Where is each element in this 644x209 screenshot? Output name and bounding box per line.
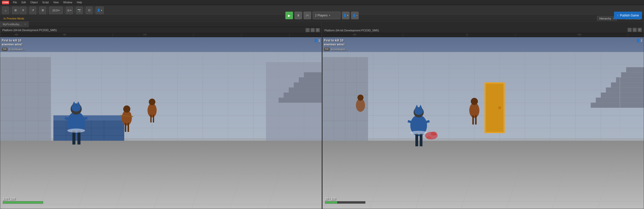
minimize-button-2[interactable]: − (628, 28, 632, 32)
publish-label: Publish Game (620, 14, 639, 17)
grid-icon: ⊞ (14, 9, 17, 12)
player-icon: 👤 (97, 9, 101, 12)
svg-rect-122 (601, 93, 644, 98)
minimize-button-1[interactable]: − (306, 28, 310, 32)
svg-point-73 (147, 103, 157, 117)
hud-top-left-2: First to kill 10 enemies wins! Tab Score… (324, 39, 347, 51)
minimize-icon-1: − (307, 29, 308, 31)
camera-icon: 📷 (78, 9, 81, 12)
menu-file[interactable]: File (12, 1, 18, 4)
window-titlebar-1: Platform (64-bit Development PCD3D_SM5) … (0, 27, 322, 33)
svg-rect-147 (475, 115, 477, 124)
svg-rect-44 (53, 115, 124, 120)
window-title-1: Platform (64-bit Development PCD3D_SM5) (2, 29, 304, 32)
tab-close-1[interactable]: ✕ (24, 23, 26, 26)
window-controls-2: − □ ✕ (628, 28, 642, 32)
grid2-icon: ⊞ (42, 9, 44, 12)
svg-rect-125 (616, 77, 644, 82)
close-icon-1: ✕ (317, 29, 319, 31)
add-player-button[interactable]: 👤+ (342, 12, 350, 19)
controller-button[interactable]: 🎮 (304, 12, 311, 19)
menu-bar: CORE File Edit Object Script View Window… (0, 0, 644, 5)
window-tab-1[interactable]: MyFirstMultip... ✕ (0, 22, 29, 27)
home-button[interactable]: ⌂ (2, 7, 9, 14)
game-viewport-2[interactable]: First to kill 10 enemies wins! Tab Score… (323, 37, 644, 209)
scene-svg-2 (323, 37, 644, 209)
grid-button[interactable]: ⊞ (12, 7, 19, 14)
add-player-icon: 👤+ (343, 14, 349, 17)
svg-rect-70 (125, 123, 126, 132)
toolbar-separator-5 (64, 7, 64, 14)
health-bar-bg-2 (325, 201, 365, 204)
menu-script[interactable]: Script (41, 1, 49, 4)
players-chevron-icon: ▾ (329, 14, 330, 17)
refresh-icon: ↺ (32, 9, 34, 12)
toolbar-separator-4 (47, 7, 48, 14)
app-logo: CORE (2, 1, 9, 4)
scoreboard-text-2: Scoreboard... (331, 48, 347, 51)
maximize-button-1[interactable]: □ (311, 28, 315, 32)
players-dropdown[interactable]: 2 Players ▾ (313, 12, 340, 19)
scoreboard-text-1: Scoreboard... (9, 48, 25, 51)
toolbar-separator-2 (28, 7, 28, 14)
minimize-icon-2: − (629, 29, 630, 31)
refresh-button[interactable]: ↺ (29, 7, 36, 14)
svg-point-143 (426, 136, 431, 139)
snap-button[interactable]: ◎ ▾ (66, 7, 73, 14)
play-icon: ▶ (288, 14, 290, 17)
zoom-dropdown[interactable]: 10.0 ▾ (49, 7, 63, 14)
kill-text-line1-1: First to kill 10 (2, 39, 25, 43)
screenshot-button[interactable]: ⊡ (86, 7, 93, 14)
svg-rect-146 (472, 115, 474, 124)
players-value: 2 Players (315, 14, 328, 17)
menu-window[interactable]: Window (62, 1, 73, 4)
svg-point-145 (471, 98, 478, 105)
svg-rect-54 (289, 88, 321, 93)
snap-chevron-icon: ▾ (70, 9, 71, 12)
toolbar-left: ⌂ ⊞ ✛ ↺ ⊞ 10.0 ▾ ◎ ▾ 📷 ⊡ (2, 7, 104, 14)
pause-button[interactable]: ⏸ (294, 12, 302, 19)
camera-button[interactable]: 📷 (76, 7, 83, 14)
svg-rect-57 (304, 72, 321, 77)
svg-rect-62 (78, 131, 81, 144)
game-window-2: Platform (64-bit Development PCD3D_SM5) … (322, 21, 644, 209)
maximize-icon-1: □ (312, 29, 313, 31)
hud-player-icon-1: 👤 (314, 39, 318, 42)
hud-player-count-1: 2 (318, 39, 320, 42)
menu-help[interactable]: Help (76, 1, 83, 4)
menu-edit[interactable]: Edit (21, 1, 27, 4)
hud-player-count-2: 2 (641, 39, 642, 42)
menu-object[interactable]: Object (30, 1, 38, 4)
toolbar-separator-3 (38, 7, 38, 14)
player-dropdown[interactable]: 👤 ▾ (95, 7, 104, 14)
svg-rect-43 (53, 120, 124, 141)
play-button[interactable]: ▶ (285, 12, 293, 19)
health-bar-fill-2 (325, 201, 337, 203)
game-viewport-1[interactable]: First to kill 10 enemies wins! Tab Score… (0, 37, 322, 209)
hud-scoreboard-1: Tab Scoreboard... (2, 48, 25, 51)
svg-rect-76 (153, 115, 154, 122)
grid2-button[interactable]: ⊞ (39, 7, 46, 14)
health-bar-container-2: 30 / 100 (325, 197, 365, 204)
tab-label-1: MyFirstMultip... (3, 23, 22, 26)
window-controls-1: − □ ✕ (306, 28, 320, 32)
menu-view[interactable]: View (53, 1, 60, 4)
toolbar-separator-6 (74, 7, 75, 14)
scene-svg-1 (0, 37, 322, 209)
svg-rect-75 (150, 115, 152, 122)
maximize-button-2[interactable]: □ (633, 28, 637, 32)
svg-point-74 (149, 99, 155, 105)
close-icon-2: ✕ (639, 29, 641, 31)
move-tool-button[interactable]: ✛ (19, 7, 27, 14)
close-button-1[interactable]: ✕ (316, 28, 320, 32)
move-icon: ✛ (22, 9, 24, 12)
svg-rect-90 (323, 52, 644, 141)
svg-point-133 (414, 108, 423, 115)
publish-game-button[interactable]: ↑ Publish Game (614, 12, 642, 19)
toolbar-separator-7 (84, 7, 84, 14)
snap-icon: ◎ (67, 9, 70, 12)
close-button-2[interactable]: ✕ (638, 28, 642, 32)
maximize-icon-2: □ (634, 29, 635, 31)
remove-player-button[interactable]: 👤− (351, 12, 359, 19)
svg-point-69 (123, 106, 130, 113)
